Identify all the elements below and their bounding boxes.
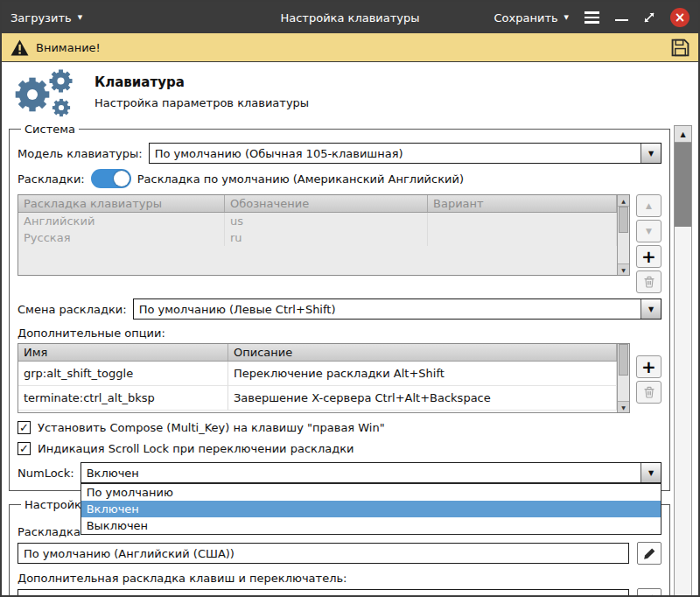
- move-down-button: ▼: [636, 220, 662, 242]
- keyboard-model-value: По умолчанию (Обычная 105-клавишная): [150, 144, 640, 163]
- pencil-icon: [643, 593, 656, 597]
- warning-bar: Внимание!: [2, 33, 698, 62]
- save-file-icon[interactable]: [671, 39, 690, 57]
- check-icon: ✓: [19, 443, 29, 454]
- load-label: Загрузить: [10, 11, 72, 25]
- scroll-up-icon[interactable]: ▲: [675, 126, 691, 143]
- edit-console-layout-button[interactable]: [637, 542, 662, 565]
- chevron-down-icon: ▼: [564, 15, 569, 21]
- extra-options-label: Дополнительные опции:: [18, 327, 662, 340]
- scrolllock-checkbox-label: Индикация Scroll Lock при переключении р…: [38, 442, 354, 455]
- column-header: Раскладка клавиатуры: [18, 195, 225, 212]
- scroll-down-icon[interactable]: ▼: [618, 401, 629, 412]
- layouts-table-header: Раскладка клавиатуры Обозначение Вариант: [18, 195, 617, 213]
- trash-icon: [643, 386, 655, 398]
- switch-layout-select[interactable]: По умолчанию (Левые Ctrl+Shift) ▼: [133, 298, 662, 320]
- page-title: Клавиатура: [94, 74, 309, 90]
- numlock-option-off[interactable]: Выключен: [81, 517, 661, 534]
- system-group: Система Модель клавиатуры: По умолчанию …: [9, 123, 670, 491]
- check-icon: ✓: [19, 422, 29, 433]
- add-option-button[interactable]: +: [636, 355, 662, 378]
- numlock-label: NumLock:: [18, 467, 74, 480]
- keyboard-model-select[interactable]: По умолчанию (Обычная 105-клавишная) ▼: [149, 143, 662, 164]
- cell-variant: [428, 213, 617, 229]
- console-settings-legend: Настройк: [21, 498, 85, 511]
- cell-code: ru: [225, 229, 428, 246]
- toggle-knob: [114, 171, 130, 186]
- extra-options-scrollbar[interactable]: ▼: [617, 344, 629, 412]
- close-glyph: ×: [675, 11, 686, 25]
- load-menu-button[interactable]: Загрузить ▼: [10, 11, 82, 25]
- switch-layout-label: Смена раскладки:: [18, 303, 127, 316]
- chevron-down-icon[interactable]: ▼: [640, 299, 661, 319]
- menu-icon[interactable]: [583, 9, 601, 26]
- save-label: Сохранить: [494, 11, 557, 25]
- table-row: Английский us: [18, 213, 617, 229]
- chevron-down-icon[interactable]: ▼: [640, 463, 661, 482]
- default-layout-toggle[interactable]: [91, 169, 131, 188]
- table-row[interactable]: grp:alt_shift_toggle Переключение раскла…: [18, 362, 617, 386]
- scroll-thumb[interactable]: [675, 143, 691, 227]
- keyboard-model-label: Модель клавиатуры:: [18, 147, 143, 160]
- cell-variant: [428, 229, 617, 246]
- switch-layout-value: По умолчанию (Левые Ctrl+Shift): [134, 299, 640, 319]
- delete-option-button: [636, 381, 662, 404]
- layouts-table: Раскладка клавиатуры Обозначение Вариант…: [18, 194, 630, 276]
- console-layout-field[interactable]: По умолчанию (Английский (США)): [18, 543, 629, 564]
- column-header: Описание: [228, 344, 617, 361]
- compose-checkbox-label: Установить Compose (Multi_Key) на клавиш…: [38, 421, 385, 434]
- close-icon[interactable]: ×: [670, 8, 690, 27]
- main-scrollbar[interactable]: ▲ ▼: [674, 125, 692, 597]
- chevron-down-icon: ▼: [78, 15, 82, 21]
- numlock-dropdown-list: По умолчанию Включен Выключен: [80, 483, 662, 535]
- console-layout-value: По умолчанию (Английский (США)): [24, 547, 234, 560]
- cell-code: us: [225, 213, 428, 229]
- save-menu-button[interactable]: Сохранить ▼: [494, 11, 569, 25]
- titlebar: Загрузить ▼ Настройка клавиатуры Сохрани…: [2, 2, 698, 33]
- cell-option-desc: Завершение X-сервера Ctrl+Alt+Backspace: [228, 386, 617, 411]
- minimize-icon[interactable]: [615, 19, 628, 22]
- cell-option-desc: Переключение раскладки Alt+Shift: [228, 362, 617, 386]
- titlebar-controls: Сохранить ▼ ×: [494, 8, 690, 27]
- extra-options-buttons: +: [636, 343, 662, 404]
- numlock-value: Включен: [81, 463, 640, 482]
- numlock-option-on[interactable]: Включен: [81, 501, 661, 517]
- extra-options-table-header: Имя Описание: [18, 344, 617, 362]
- extra-layout-value: По умолчанию (Английский (США)): [24, 593, 234, 597]
- scroll-thumb[interactable]: [619, 344, 628, 376]
- chevron-down-icon[interactable]: ▼: [640, 144, 661, 163]
- layouts-label: Раскладки:: [18, 172, 85, 186]
- warning-text: Внимание!: [36, 41, 101, 54]
- scroll-thumb[interactable]: [619, 207, 628, 233]
- scroll-up-icon[interactable]: ▲: [618, 195, 629, 207]
- trash-icon: [643, 276, 655, 288]
- layouts-table-scrollbar[interactable]: ▲ ▼: [617, 195, 629, 275]
- move-up-button: ▲: [636, 194, 662, 217]
- delete-layout-button: [636, 270, 662, 293]
- numlock-option-default[interactable]: По умолчанию: [81, 484, 661, 501]
- keyboard-settings-window: Загрузить ▼ Настройка клавиатуры Сохрани…: [0, 0, 700, 597]
- compose-checkbox[interactable]: ✓: [18, 421, 31, 434]
- warning-icon: [10, 39, 29, 56]
- scroll-down-icon[interactable]: ▼: [618, 263, 629, 275]
- extra-layout-label: Дополнительная раскладка клавиш и перекл…: [18, 572, 662, 585]
- numlock-select[interactable]: Включен ▼: [80, 462, 662, 483]
- edit-extra-layout-button[interactable]: [637, 588, 662, 597]
- content-area: Система Модель клавиатуры: По умолчанию …: [2, 121, 698, 597]
- layouts-toggle-text: Раскладка по умолчанию (Американский Анг…: [137, 172, 464, 186]
- add-layout-button[interactable]: +: [636, 245, 662, 268]
- extra-layout-field[interactable]: По умолчанию (Английский (США)): [18, 589, 629, 597]
- maximize-icon[interactable]: [642, 11, 656, 25]
- table-row: Русская ru: [18, 229, 617, 246]
- column-header: Вариант: [428, 195, 617, 212]
- layouts-table-buttons: ▲ ▼ +: [636, 194, 662, 293]
- pencil-icon: [643, 547, 656, 560]
- column-header: Имя: [18, 344, 228, 361]
- page-header-text: Клавиатура Настройка параметров клавиату…: [94, 74, 309, 109]
- system-legend: Система: [21, 123, 79, 136]
- scrolllock-checkbox[interactable]: ✓: [18, 442, 31, 455]
- page-header: Клавиатура Настройка параметров клавиату…: [2, 62, 698, 121]
- cell-option-name: terminate:ctrl_alt_bksp: [18, 386, 228, 411]
- table-row[interactable]: terminate:ctrl_alt_bksp Завершение X-сер…: [18, 386, 617, 411]
- cell-layout: Английский: [18, 213, 225, 229]
